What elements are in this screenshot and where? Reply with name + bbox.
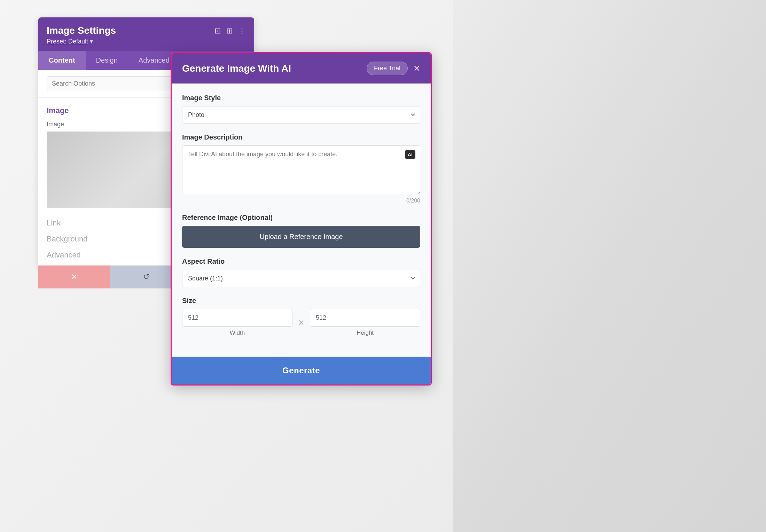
tab-design[interactable]: Design xyxy=(86,51,128,70)
aspect-ratio-select[interactable]: Square (1:1) Landscape (16:9) Portrait (… xyxy=(182,270,420,287)
size-separator: ✕ xyxy=(298,318,304,327)
modal-header-right: Free Trial ✕ xyxy=(367,62,420,75)
size-label: Size xyxy=(182,297,420,305)
modal-title: Generate Image With AI xyxy=(182,63,291,74)
aspect-ratio-group: Aspect Ratio Square (1:1) Landscape (16:… xyxy=(182,257,420,287)
generate-button[interactable]: Generate xyxy=(172,357,431,384)
panel-header: Image Settings Preset: Default ▾ ⊡ ⊞ ⋮ xyxy=(38,17,254,51)
undo-icon: ↺ xyxy=(143,272,149,281)
modal-footer: Generate xyxy=(172,357,431,384)
modal-body: Image Style Photo Illustration Cartoon S… xyxy=(172,84,431,357)
height-label: Height xyxy=(310,329,420,336)
panel-header-icons: ⊡ ⊞ ⋮ xyxy=(214,25,246,35)
tab-content[interactable]: Content xyxy=(38,51,86,70)
more-icon[interactable]: ⋮ xyxy=(238,26,246,35)
expand-icon[interactable]: ⊡ xyxy=(214,26,221,35)
cancel-icon: ✕ xyxy=(71,272,77,281)
char-count: 0/200 xyxy=(182,198,420,204)
width-label: Width xyxy=(182,329,292,336)
image-description-label: Image Description xyxy=(182,133,420,141)
modal-close-button[interactable]: ✕ xyxy=(413,64,420,73)
height-group: Height xyxy=(310,309,420,336)
reference-image-label: Reference Image (Optional) xyxy=(182,214,420,222)
background-room-image xyxy=(453,0,766,532)
image-description-group: Image Description AI 0/200 xyxy=(182,133,420,204)
image-style-group: Image Style Photo Illustration Cartoon S… xyxy=(182,94,420,124)
columns-icon[interactable]: ⊞ xyxy=(226,26,233,35)
width-group: Width xyxy=(182,309,292,336)
image-style-select[interactable]: Photo Illustration Cartoon Sketch Waterc… xyxy=(182,106,420,124)
size-inputs: Width ✕ Height xyxy=(182,309,420,336)
free-trial-badge: Free Trial xyxy=(367,62,408,75)
reference-image-group: Reference Image (Optional) Upload a Refe… xyxy=(182,214,420,248)
cancel-button[interactable]: ✕ xyxy=(38,265,110,288)
ai-modal: Generate Image With AI Free Trial ✕ Imag… xyxy=(171,52,432,386)
ai-badge: AI xyxy=(405,150,415,159)
panel-preset: Preset: Default ▾ xyxy=(47,38,116,45)
size-group: Size Width ✕ Height xyxy=(182,297,420,336)
image-description-textarea[interactable] xyxy=(182,145,420,194)
textarea-wrapper: AI xyxy=(182,145,420,196)
height-input[interactable] xyxy=(310,309,420,327)
panel-title: Image Settings xyxy=(47,25,116,36)
image-style-label: Image Style xyxy=(182,94,420,102)
upload-reference-button[interactable]: Upload a Reference Image xyxy=(182,226,420,248)
width-input[interactable] xyxy=(182,309,292,327)
panel-title-group: Image Settings Preset: Default ▾ xyxy=(47,25,116,45)
modal-header: Generate Image With AI Free Trial ✕ xyxy=(172,53,431,84)
aspect-ratio-label: Aspect Ratio xyxy=(182,257,420,265)
